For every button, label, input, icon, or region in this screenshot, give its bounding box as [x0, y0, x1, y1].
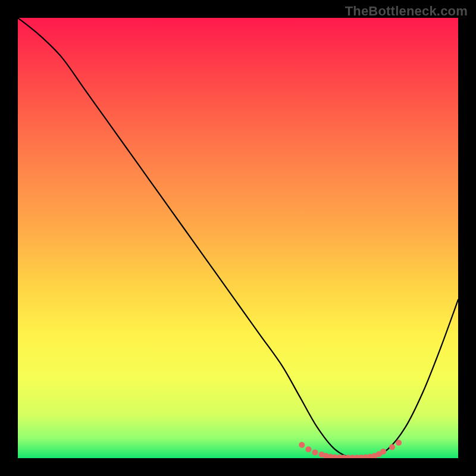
- valley-marker-dot: [396, 440, 402, 446]
- gradient-background: [18, 18, 458, 458]
- valley-marker-dot: [380, 449, 386, 455]
- valley-marker-dot: [305, 446, 311, 452]
- chart-stage: TheBottleneck.com: [0, 0, 476, 476]
- watermark-text: TheBottleneck.com: [345, 4, 468, 19]
- bottleneck-plot: [18, 18, 458, 458]
- valley-marker-dot: [312, 449, 318, 455]
- valley-marker-dot: [299, 442, 305, 448]
- valley-marker-dot: [389, 444, 395, 450]
